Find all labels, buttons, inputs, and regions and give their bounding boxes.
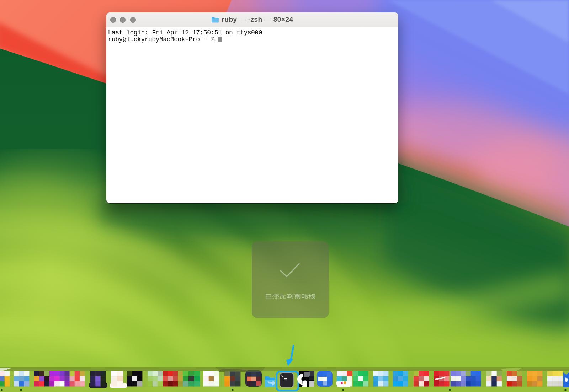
svg-text:>: > [281, 375, 283, 379]
